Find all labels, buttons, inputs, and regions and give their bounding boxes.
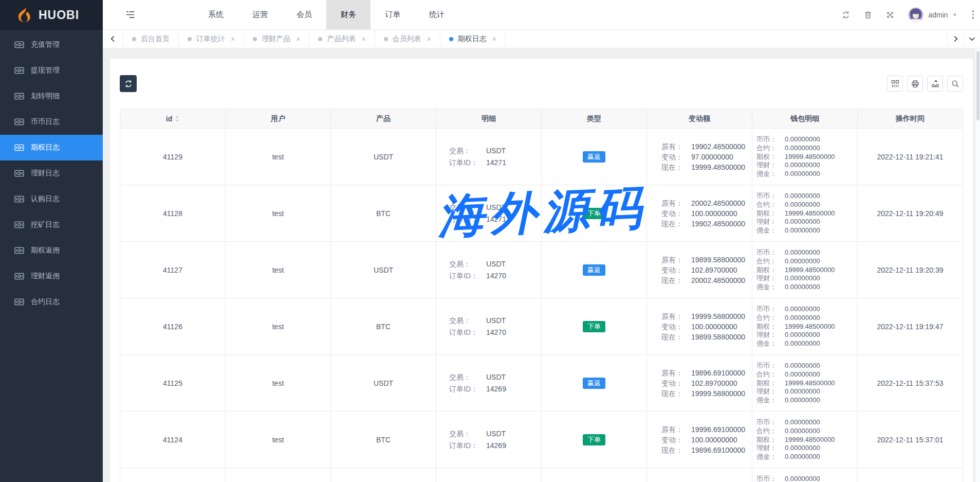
key-value-block: 交易：USDT订单ID：14269 xyxy=(449,428,506,452)
field-value: USDT xyxy=(486,202,506,213)
sidebar-item-label: 充值管理 xyxy=(31,40,60,49)
sidebar-item-label: 挖矿日志 xyxy=(31,220,60,229)
sidebar-item[interactable]: 币币日志 xyxy=(0,109,103,135)
key-value-block: 币币：0.00000000合约：0.00000000期权：19999.48500… xyxy=(756,248,835,292)
tab-item[interactable]: 产品列表× xyxy=(309,30,375,48)
chevron-right-icon xyxy=(953,35,958,42)
tab-item[interactable]: 后台首页 xyxy=(123,30,179,48)
cell-detail: 交易：USDT订单ID：14271 xyxy=(436,185,542,242)
column-header: 类型 xyxy=(542,109,647,129)
field-label: 现在： xyxy=(661,219,683,229)
tab-item[interactable]: 会员列表× xyxy=(375,30,440,48)
tab-close-icon[interactable]: × xyxy=(296,35,300,43)
cell-time: 2022-12-11 19:21:41 xyxy=(858,129,963,185)
cell-id xyxy=(120,468,226,482)
field-value: USDT xyxy=(486,145,506,157)
trash-button[interactable] xyxy=(864,11,872,19)
sidebar-item[interactable]: 划转明细 xyxy=(0,83,103,109)
search-button[interactable] xyxy=(947,76,963,92)
column-header[interactable]: id xyxy=(120,109,226,129)
kebab-menu-icon[interactable] xyxy=(971,8,975,21)
sidebar-item[interactable]: 理财返佣 xyxy=(0,263,103,289)
sort-carets-icon[interactable] xyxy=(175,115,179,122)
nav-item[interactable]: 统计 xyxy=(415,0,459,29)
tab-status-dot xyxy=(132,37,136,41)
sidebar-item[interactable]: 合约日志 xyxy=(0,289,103,315)
sidebar-item[interactable]: 充值管理 xyxy=(0,32,103,58)
sidebar-item[interactable]: 提现管理 xyxy=(0,58,103,83)
key-value-block: 币币：0.00000000合约：0.00000000期权：19999.48500… xyxy=(756,362,835,405)
tab-close-icon[interactable]: × xyxy=(492,35,496,43)
cell-type: 下单 xyxy=(542,185,647,242)
nav-item[interactable]: 订单 xyxy=(371,0,415,29)
cell-product: BTC xyxy=(331,412,436,468)
cell-change: 原有：19896.69100000变动：102.89700000现在：19999… xyxy=(647,355,752,412)
user-avatar xyxy=(908,7,923,23)
nav-item[interactable]: 财务 xyxy=(326,0,371,29)
tab-label: 期权日志 xyxy=(458,34,487,44)
columns-button[interactable] xyxy=(887,76,903,92)
cell-product: USDT xyxy=(331,355,436,412)
field-value: 14271 xyxy=(486,157,506,169)
fullscreen-button[interactable] xyxy=(886,11,894,19)
field-label: 交易： xyxy=(449,371,478,383)
sidebar-item[interactable]: 期权日志 xyxy=(0,135,103,160)
field-label: 现在： xyxy=(661,388,683,399)
field-value: 0.00000000 xyxy=(785,226,835,235)
vertical-scrollbar[interactable] xyxy=(975,48,980,482)
field-value: 19999.58800000 xyxy=(691,311,745,322)
key-value-block: 原有：19896.69100000变动：102.89700000现在：19999… xyxy=(661,368,745,399)
nav-item[interactable]: 会员 xyxy=(282,0,326,29)
cell-wallet: 币币：0.00000000合约：0.00000000期权：19999.48500… xyxy=(752,355,858,412)
tabs-scroll-right-button[interactable] xyxy=(947,30,964,48)
cell-product: BTC xyxy=(331,185,436,242)
tab-label: 会员列表 xyxy=(393,34,421,44)
type-badge: 下单 xyxy=(583,208,605,219)
field-value: 19899.58800000 xyxy=(691,332,745,342)
export-button[interactable] xyxy=(927,76,943,92)
collapse-menu-button[interactable] xyxy=(103,0,147,29)
column-header-label: id xyxy=(166,115,172,123)
sidebar-item[interactable]: 理财日志 xyxy=(0,160,103,186)
sidebar-item[interactable]: 认购日志 xyxy=(0,186,103,212)
tab-item[interactable]: 订单统计× xyxy=(179,30,244,48)
tab-status-dot xyxy=(449,37,453,41)
tabs-menu-button[interactable] xyxy=(964,30,980,48)
options-log-table: id 用户产品明细类型变动额钱包明细操作时间 41129testUSDT交易：U… xyxy=(120,109,963,482)
tabs-scroll-left-button[interactable] xyxy=(103,30,123,48)
table-row: 41125testUSDT交易：USDT订单ID：14269赢返原有：19896… xyxy=(120,355,963,412)
field-value: 97.00000000 xyxy=(691,152,745,162)
table-refresh-button[interactable] xyxy=(120,75,137,92)
field-value: 19902.48500000 xyxy=(691,141,745,152)
field-label: 期权： xyxy=(756,209,776,218)
print-button[interactable] xyxy=(907,76,923,92)
column-header-inner: id xyxy=(166,115,179,123)
tab-label: 订单统计 xyxy=(196,34,225,44)
scrollbar-thumb[interactable] xyxy=(976,51,979,120)
sidebar-item[interactable]: 挖矿日志 xyxy=(0,212,103,238)
tab-status-dot xyxy=(188,37,192,41)
tab-active[interactable]: 期权日志× xyxy=(440,30,506,48)
banknote-icon xyxy=(14,298,24,306)
field-label: 理财： xyxy=(756,218,776,226)
field-label: 订单ID： xyxy=(449,270,478,282)
banknote-icon xyxy=(14,41,24,48)
tab-item[interactable]: 理财产品× xyxy=(244,30,309,48)
field-label: 原有： xyxy=(661,255,683,265)
tab-close-icon[interactable]: × xyxy=(231,35,235,43)
tab-close-icon[interactable]: × xyxy=(361,35,365,43)
field-value: 0.00000000 xyxy=(785,283,835,292)
nav-item[interactable]: 运营 xyxy=(238,0,282,29)
column-header-label: 产品 xyxy=(376,114,391,123)
field-label: 币币： xyxy=(756,248,776,257)
refresh-button[interactable] xyxy=(842,11,850,19)
sidebar-item[interactable]: 期权返佣 xyxy=(0,238,103,263)
field-label: 期权： xyxy=(756,266,776,275)
column-header-label: 钱包明细 xyxy=(790,114,819,123)
field-value: 19899.58800000 xyxy=(691,255,745,265)
nav-item[interactable]: 系统 xyxy=(194,0,238,29)
user-menu[interactable]: admin ▼ xyxy=(908,7,957,23)
field-label: 期权： xyxy=(756,436,776,444)
tab-close-icon[interactable]: × xyxy=(427,35,431,43)
field-label: 理财： xyxy=(756,331,776,340)
